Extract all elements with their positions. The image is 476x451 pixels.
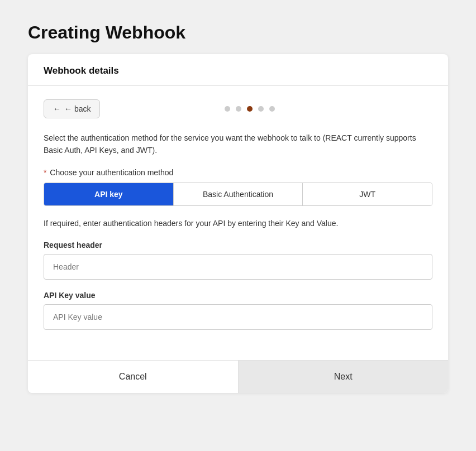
tab-basic-auth[interactable]: Basic Authentication [174, 183, 303, 205]
step-dot-3 [247, 106, 253, 112]
tab-jwt[interactable]: JWT [303, 183, 432, 205]
request-header-input[interactable] [44, 254, 432, 280]
api-key-value-group: API Key value [44, 291, 432, 330]
request-header-group: Request header [44, 241, 432, 280]
back-label: ← back [64, 104, 91, 113]
webhook-card: Webhook details ← ← back Select the auth… [28, 54, 448, 393]
card-body: ← ← back Select the authentication metho… [28, 86, 448, 354]
card-header: Webhook details [28, 54, 448, 86]
api-key-value-input[interactable] [44, 304, 432, 330]
step-dot-5 [269, 106, 275, 112]
stepper-dots [225, 106, 308, 112]
page-title: Creating Webhook [28, 22, 448, 43]
api-key-value-label: API Key value [44, 291, 432, 300]
cancel-button[interactable]: Cancel [28, 361, 238, 393]
auth-method-label: * Choose your authentication method [44, 168, 432, 177]
helper-text: If required, enter authentication header… [44, 217, 432, 229]
back-button[interactable]: ← ← back [44, 99, 100, 118]
back-arrow-icon: ← [53, 104, 61, 113]
auth-tabs: API key Basic Authentication JWT [44, 183, 432, 206]
step-dot-1 [225, 106, 230, 112]
nav-row: ← ← back [44, 99, 432, 118]
request-header-label: Request header [44, 241, 432, 250]
next-button[interactable]: Next [238, 361, 449, 393]
tab-api-key[interactable]: API key [44, 183, 174, 205]
card-footer: Cancel Next [28, 360, 448, 393]
required-star: * [44, 168, 46, 177]
card-header-title: Webhook details [44, 65, 119, 76]
step-dot-4 [258, 106, 264, 112]
description-text: Select the authentication method for the… [44, 132, 432, 157]
step-dot-2 [236, 106, 241, 112]
